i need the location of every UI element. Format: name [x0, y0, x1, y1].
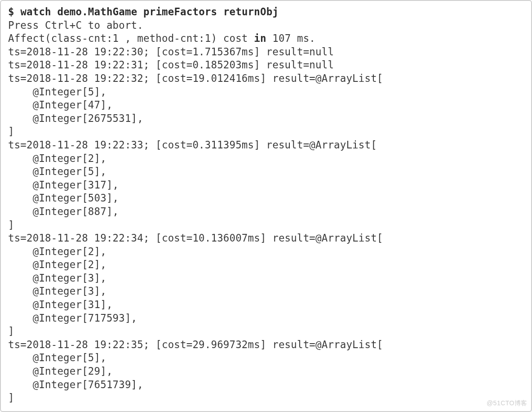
terminal-output[interactable]: $ watch demo.MathGame primeFactors retur… — [8, 5, 529, 405]
affect-in: in — [254, 32, 266, 44]
shell-prompt: $ — [8, 6, 14, 18]
cmd-method: primeFactors — [143, 6, 217, 18]
abort-hint: Press Ctrl+C to abort. — [8, 19, 143, 31]
terminal-frame: $ watch demo.MathGame primeFactors retur… — [0, 0, 532, 412]
watermark: @51CTO博客 — [487, 399, 528, 408]
cmd-arg: returnObj — [223, 6, 279, 18]
cmd-class: demo.MathGame — [57, 6, 137, 18]
trace-entries: ts=2018-11-28 19:22:30; [cost=1.715367ms… — [8, 46, 383, 403]
affect-ms: 107 ms. — [266, 32, 315, 44]
cmd-watch: watch — [20, 6, 51, 18]
affect-prefix: Affect(class-cnt:1 , method-cnt:1) cost — [8, 32, 254, 44]
